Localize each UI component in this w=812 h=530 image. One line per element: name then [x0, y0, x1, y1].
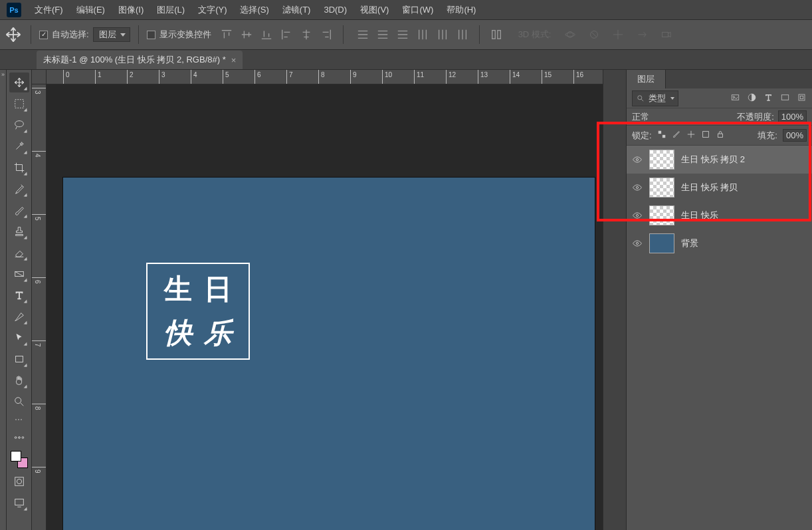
- foreground-swatch[interactable]: [11, 451, 21, 462]
- canvas-viewport[interactable]: 生日 快乐: [47, 84, 603, 530]
- lock-row: 锁定: 填充: 00%: [627, 126, 812, 146]
- auto-select-target-dropdown[interactable]: 图层: [93, 27, 130, 42]
- ruler-vertical[interactable]: 3456789: [32, 84, 47, 530]
- layers-list: 生日 快乐 拷贝 2生日 快乐 拷贝生日 快乐背景: [627, 146, 812, 530]
- close-icon[interactable]: ×: [231, 55, 237, 65]
- dist-hcenter-icon[interactable]: [434, 26, 451, 43]
- layer-row[interactable]: 背景: [627, 229, 812, 257]
- screenmode-tool[interactable]: [9, 493, 29, 513]
- ruler-tick: 5: [32, 214, 46, 221]
- rectangle-tool[interactable]: [9, 349, 29, 369]
- dist-top-icon[interactable]: [354, 26, 371, 43]
- layer-thumbnail[interactable]: [649, 178, 674, 198]
- type-tool[interactable]: [9, 285, 29, 305]
- align-hcenter-icon[interactable]: [298, 26, 315, 43]
- align-bottom-icon[interactable]: [258, 26, 275, 43]
- visibility-eye-icon[interactable]: [632, 238, 643, 249]
- visibility-eye-icon[interactable]: [632, 154, 643, 165]
- filter-smart-icon[interactable]: [797, 92, 807, 104]
- lock-label: 锁定:: [632, 130, 652, 142]
- menu-window[interactable]: 窗口(W): [395, 0, 440, 19]
- align-vcenter-icon[interactable]: [238, 26, 255, 43]
- lock-pixels-icon[interactable]: [672, 130, 681, 141]
- menu-layer[interactable]: 图层(L): [150, 0, 191, 19]
- orbit-3d-icon[interactable]: [561, 26, 579, 43]
- layer-name[interactable]: 生日 快乐 拷贝: [681, 182, 807, 194]
- eraser-tool[interactable]: [9, 243, 29, 263]
- pen-tool[interactable]: [9, 307, 29, 327]
- layer-name[interactable]: 生日 快乐 拷贝 2: [681, 154, 807, 166]
- edit-toolbar-button[interactable]: [9, 428, 29, 448]
- menu-3d[interactable]: 3D(D): [317, 0, 354, 19]
- zoom-3d-icon[interactable]: [657, 26, 674, 43]
- path-select-tool[interactable]: [9, 328, 29, 348]
- magic-wand-tool[interactable]: [9, 136, 29, 156]
- crop-tool[interactable]: [9, 158, 29, 178]
- marquee-tool[interactable]: [9, 94, 29, 114]
- menu-edit[interactable]: 编辑(E): [70, 0, 112, 19]
- opacity-value[interactable]: 100%: [778, 110, 807, 123]
- document-tab[interactable]: 未标题-1 @ 100% (生日 快乐 拷贝 2, RGB/8#) * ×: [37, 51, 243, 69]
- move-tool[interactable]: [9, 72, 29, 92]
- lock-transparency-icon[interactable]: [657, 130, 666, 141]
- panel-dock-strip[interactable]: [603, 70, 626, 530]
- align-right-icon[interactable]: [318, 26, 335, 43]
- lasso-tool[interactable]: [9, 115, 29, 135]
- show-transform-checkbox[interactable]: 显示变换控件: [147, 29, 211, 41]
- separator-icon: [138, 25, 139, 44]
- slide-3d-icon[interactable]: [633, 26, 651, 43]
- menu-view[interactable]: 视图(V): [354, 0, 395, 19]
- filter-pixel-icon[interactable]: [730, 92, 740, 104]
- filter-type-icon[interactable]: [763, 92, 773, 104]
- blend-mode-dropdown[interactable]: 正常: [632, 111, 733, 123]
- expand-handle-icon[interactable]: »: [0, 70, 7, 530]
- brush-tool[interactable]: [9, 200, 29, 220]
- zoom-tool[interactable]: [9, 392, 29, 412]
- canvas-area[interactable]: 01234567891011121314151617 3456789 生日 快乐: [32, 70, 603, 530]
- eyedropper-tool[interactable]: [9, 179, 29, 199]
- color-swatches[interactable]: [11, 451, 28, 468]
- layer-name[interactable]: 生日 快乐: [681, 209, 807, 221]
- layer-row[interactable]: 生日 快乐 拷贝: [627, 174, 812, 201]
- dist-right-icon[interactable]: [454, 26, 471, 43]
- align-to-icon[interactable]: [488, 26, 505, 43]
- stamp-tool[interactable]: [9, 221, 29, 241]
- lock-position-icon[interactable]: [686, 130, 696, 141]
- menu-file[interactable]: 文件(F): [28, 0, 70, 19]
- fill-value[interactable]: 00%: [783, 129, 807, 142]
- quickmask-tool[interactable]: [9, 471, 29, 491]
- blend-row: 正常 不透明度: 100%: [627, 108, 812, 126]
- auto-select-checkbox[interactable]: 自动选择:: [39, 29, 89, 41]
- tab-layers[interactable]: 图层: [627, 70, 666, 88]
- filter-shape-icon[interactable]: [780, 92, 790, 104]
- dist-bottom-icon[interactable]: [394, 26, 411, 43]
- layer-thumbnail[interactable]: [649, 205, 674, 225]
- ruler-horizontal[interactable]: 01234567891011121314151617: [47, 70, 603, 84]
- dist-left-icon[interactable]: [414, 26, 431, 43]
- menu-type[interactable]: 文字(Y): [191, 0, 233, 19]
- gradient-tool[interactable]: [9, 264, 29, 284]
- layer-thumbnail[interactable]: [649, 150, 674, 170]
- menu-filter[interactable]: 滤镜(T): [276, 0, 318, 19]
- layer-name[interactable]: 背景: [681, 237, 807, 249]
- layer-row[interactable]: 生日 快乐 拷贝 2: [627, 146, 812, 174]
- layer-filter-dropdown[interactable]: 类型: [632, 90, 678, 106]
- menu-select[interactable]: 选择(S): [233, 0, 275, 19]
- lock-artboard-icon[interactable]: [701, 130, 710, 141]
- align-left-icon[interactable]: [278, 26, 295, 43]
- lock-all-icon[interactable]: [716, 130, 725, 141]
- dist-vcenter-icon[interactable]: [374, 26, 391, 43]
- align-top-icon[interactable]: [218, 26, 235, 43]
- layer-row[interactable]: 生日 快乐: [627, 201, 812, 229]
- visibility-eye-icon[interactable]: [632, 182, 643, 193]
- layer-thumbnail[interactable]: [649, 233, 674, 253]
- visibility-eye-icon[interactable]: [632, 210, 643, 221]
- svg-point-30: [636, 242, 638, 244]
- roll-3d-icon[interactable]: [585, 26, 603, 43]
- artwork-text-box[interactable]: 生日 快乐: [146, 263, 250, 360]
- pan-3d-icon[interactable]: [609, 26, 627, 43]
- hand-tool[interactable]: [9, 370, 29, 390]
- menu-image[interactable]: 图像(I): [112, 0, 150, 19]
- menu-help[interactable]: 帮助(H): [440, 0, 482, 19]
- filter-adjust-icon[interactable]: [747, 92, 757, 104]
